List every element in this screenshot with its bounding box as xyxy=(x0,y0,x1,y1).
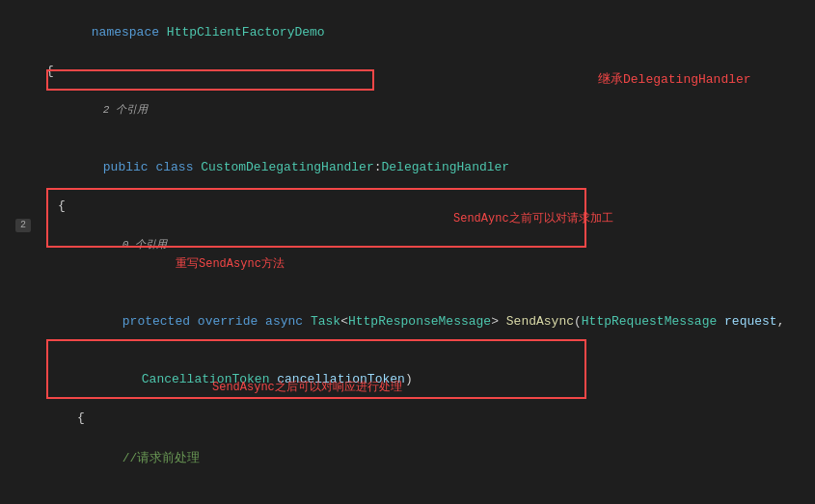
ref-count-2: 2 个引用 xyxy=(103,104,148,116)
line-cancellation-token: CancellationToken cancellationToken) xyxy=(0,351,815,409)
line-namespace: namespace HttpClientFactoryDemo xyxy=(0,4,815,62)
line-text: CancellationToken cancellationToken) xyxy=(39,351,815,409)
line-text: public class CustomDelegatingHandler:Del… xyxy=(39,139,815,197)
line-method-brace-open: { xyxy=(0,409,815,428)
ref-count-0: 0 个引用 xyxy=(122,239,167,251)
line-num: 2 xyxy=(0,216,39,235)
line-brace-class-open: { xyxy=(0,197,815,216)
line-text: //请求前处理 xyxy=(39,430,815,488)
rewrite-label: 重写SendAsync方法 xyxy=(134,257,285,271)
line-text: var requestId = Guid.NewGuid().ToString(… xyxy=(39,488,815,504)
line-text: 0 个引用 重写SendAsync方法 xyxy=(39,216,815,293)
line-class-def: public class CustomDelegatingHandler:Del… xyxy=(0,139,815,197)
line-text: namespace HttpClientFactoryDemo xyxy=(39,4,815,62)
namespace-name: HttpClientFactoryDemo xyxy=(167,25,325,40)
keyword-namespace: namespace xyxy=(92,25,159,40)
line-sendasync-sig: protected override async Task<HttpRespon… xyxy=(0,293,815,351)
line-comment-before-request: //请求前处理 xyxy=(0,430,815,488)
code-editor: 继承DelegatingHandler SendAync之前可以对请求加工 Se… xyxy=(0,0,815,504)
line-ref-count-2: 2 个引用 xyxy=(0,81,815,139)
annotation-before: SendAync之前可以对请求加工 xyxy=(453,210,613,226)
punct xyxy=(159,25,167,40)
line-request-id: var requestId = Guid.NewGuid().ToString(… xyxy=(0,488,815,504)
line-text: protected override async Task<HttpRespon… xyxy=(39,293,815,351)
badge-2: 2 xyxy=(15,219,31,232)
line-text: { xyxy=(39,409,815,428)
line-text: { xyxy=(39,197,815,216)
annotation-inherit: 继承DelegatingHandler xyxy=(598,70,751,88)
line-text: 2 个引用 xyxy=(39,81,815,139)
annotation-after: SendAsync之后可以对响应进行处理 xyxy=(212,379,402,395)
line-ref-count-0: 2 0 个引用 重写SendAsync方法 xyxy=(0,216,815,293)
